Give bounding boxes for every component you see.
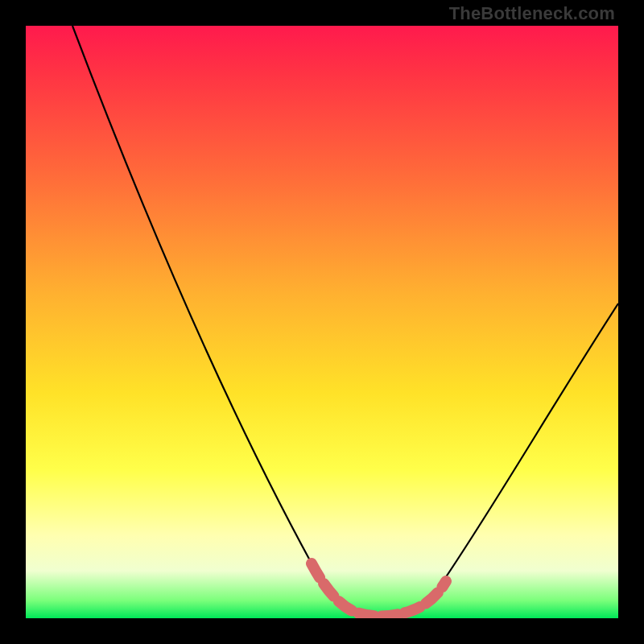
watermark-text: TheBottleneck.com [449,3,615,24]
bottleneck-curve [72,26,618,616]
chart-frame [26,26,618,618]
chart-overlay-svg [26,26,618,618]
highlight-segment [312,564,446,617]
